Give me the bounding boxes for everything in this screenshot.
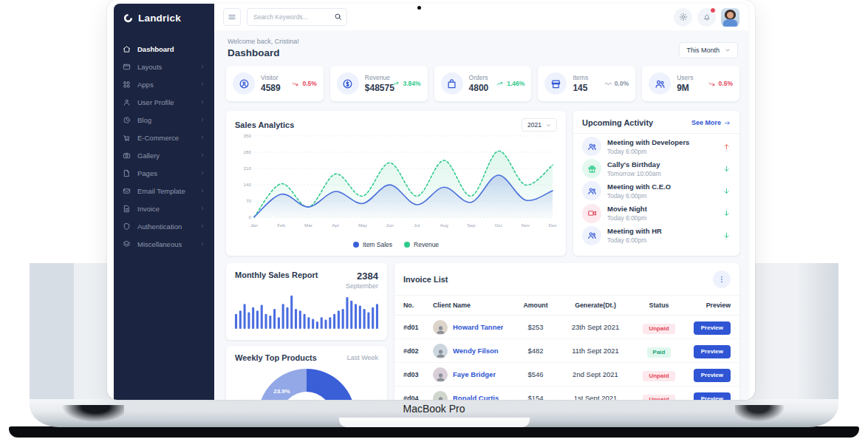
invoice-number: #d03 xyxy=(403,371,433,378)
client-name-link[interactable]: Faye Bridger xyxy=(453,370,496,378)
page-title: Dashboard xyxy=(228,47,299,58)
clock-icon xyxy=(123,116,131,124)
svg-text:Jan: Jan xyxy=(250,222,259,228)
sidebar-item-user-profile[interactable]: User Profile xyxy=(114,93,214,111)
filetext-icon xyxy=(123,205,131,213)
year-select[interactable]: 2021 xyxy=(522,118,557,132)
invoice-column-header: Preview xyxy=(685,302,731,309)
sidebar-item-miscellaneous[interactable]: Miscellaneous xyxy=(114,235,214,253)
see-more-link[interactable]: See More xyxy=(691,119,731,126)
laptop-bottom-edge xyxy=(9,426,859,438)
client-name-link[interactable]: Ronald Curtis xyxy=(453,394,499,400)
stat-value: $48575 xyxy=(365,83,387,93)
activity-meta: Cally's Birthday Tomorrow 10:00am xyxy=(607,160,717,177)
chevron-right-icon xyxy=(199,223,205,229)
settings-button[interactable] xyxy=(674,8,692,27)
gift-icon xyxy=(582,159,601,178)
invoice-column-header: Generate(Dt.) xyxy=(558,302,633,309)
users-icon xyxy=(649,72,671,95)
grid-icon xyxy=(123,81,131,89)
chevron-right-icon xyxy=(199,117,205,123)
stat-meta: Users 9M xyxy=(677,74,702,93)
trend-flat-icon xyxy=(604,80,612,88)
sidebar-item-authentication[interactable]: Authentication xyxy=(114,217,214,235)
invoice-amount: $546 xyxy=(513,370,558,378)
invoice-column-header: No. xyxy=(403,302,433,309)
legend-label: Item Sales xyxy=(363,241,392,248)
mail-icon xyxy=(123,187,131,195)
stat-trend: 0.0% xyxy=(604,80,629,88)
arrow-down-icon xyxy=(722,231,731,239)
activity-list: Meeting with Developers Today 6:00pm Cal… xyxy=(582,134,731,248)
invoice-date: 23th Sept 2021 xyxy=(558,323,633,331)
legend-label: Revenue xyxy=(414,241,439,248)
invoice-preview-cell: Preview xyxy=(685,367,731,382)
weekly-products-period: Last Week xyxy=(347,354,378,361)
trend-down-icon xyxy=(708,80,717,88)
sidebar-item-label: Authentication xyxy=(137,222,182,231)
preview-button[interactable]: Preview xyxy=(694,345,731,358)
sidebar-item-label: Layouts xyxy=(137,63,162,71)
period-select[interactable]: This Month xyxy=(679,42,738,58)
invoice-menu-button[interactable] xyxy=(713,270,731,288)
svg-text:Aug: Aug xyxy=(440,222,448,228)
invoice-date: 1st Sept 2021 xyxy=(558,394,633,400)
sidebar-item-invoice[interactable]: Invoice xyxy=(114,200,214,217)
stat-change: 1.46% xyxy=(507,80,524,87)
sidebar-item-dashboard[interactable]: Dashboard xyxy=(114,40,214,58)
svg-text:Apr: Apr xyxy=(332,222,339,228)
preview-button[interactable]: Preview xyxy=(694,392,731,400)
svg-text:140: 140 xyxy=(243,182,251,187)
stat-trend: 3.84% xyxy=(392,80,420,88)
activity-item[interactable]: Meeting with HR Today 6:00pm xyxy=(582,226,731,245)
preview-button[interactable]: Preview xyxy=(694,369,731,382)
window-icon xyxy=(123,63,131,71)
status-badge: Unpaid xyxy=(643,371,674,381)
svg-text:Oct: Oct xyxy=(495,222,502,228)
sidebar-item-email-template[interactable]: Email Template xyxy=(114,182,214,200)
activity-item[interactable]: Movie Night Today 6:00pm xyxy=(582,204,731,223)
sidebar-item-pages[interactable]: Pages xyxy=(114,164,214,182)
brand-name: Landrick xyxy=(138,13,181,24)
notifications-button[interactable] xyxy=(697,8,716,27)
client-name-link[interactable]: Howard Tanner xyxy=(453,323,503,331)
svg-text:280: 280 xyxy=(243,149,251,154)
activity-item[interactable]: Cally's Birthday Tomorrow 10:00am xyxy=(582,159,731,178)
hamburger-icon xyxy=(228,13,236,21)
activity-item-title: Cally's Birthday xyxy=(607,160,717,169)
invoice-status: Paid xyxy=(633,344,685,358)
cart-icon xyxy=(123,134,131,142)
sidebar-item-layouts[interactable]: Layouts xyxy=(114,58,214,75)
stat-card-orders: Orders 4800 1.46% xyxy=(434,66,532,101)
stat-card-items: Items 145 0.0% xyxy=(538,66,635,101)
activity-item[interactable]: Meeting with C.E.O Today 6:00pm xyxy=(582,181,731,200)
laptop-base: MacBook Pro xyxy=(30,399,838,427)
client-avatar xyxy=(433,367,448,382)
brand[interactable]: Landrick xyxy=(114,4,214,34)
search-input[interactable] xyxy=(247,8,347,26)
activity-meta: Movie Night Today 6:00pm xyxy=(607,205,717,222)
stat-label: Orders xyxy=(469,74,491,81)
sidebar-item-apps[interactable]: Apps xyxy=(114,75,214,93)
sidebar-item-label: E-Commerce xyxy=(137,134,179,142)
invoice-amount: $253 xyxy=(513,323,558,331)
invoice-status: Unpaid xyxy=(633,320,685,334)
client-avatar xyxy=(433,344,448,358)
preview-button[interactable]: Preview xyxy=(694,321,731,335)
sidebar-item-label: User Profile xyxy=(137,98,174,106)
user-avatar[interactable] xyxy=(721,8,739,27)
activity-item-time: Today 6:00pm xyxy=(607,236,717,244)
activity-item-title: Meeting with Developers xyxy=(607,138,717,146)
legend-dot xyxy=(404,242,410,248)
sidebar-menu: Dashboard Layouts Apps User Profile Blog… xyxy=(114,34,214,259)
chevron-down-icon xyxy=(725,47,731,53)
activity-item[interactable]: Meeting with Developers Today 6:00pm xyxy=(582,137,731,156)
invoice-date: 2nd Sept 2021 xyxy=(558,370,633,378)
menu-toggle-button[interactable] xyxy=(223,8,241,26)
notification-badge xyxy=(710,7,716,13)
sidebar-item-blog[interactable]: Blog xyxy=(114,111,214,129)
sidebar-item-e-commerce[interactable]: E-Commerce xyxy=(114,129,214,146)
sidebar-item-gallery[interactable]: Gallery xyxy=(114,146,214,164)
client-name-link[interactable]: Wendy Filson xyxy=(453,347,499,355)
user-icon xyxy=(123,98,131,106)
